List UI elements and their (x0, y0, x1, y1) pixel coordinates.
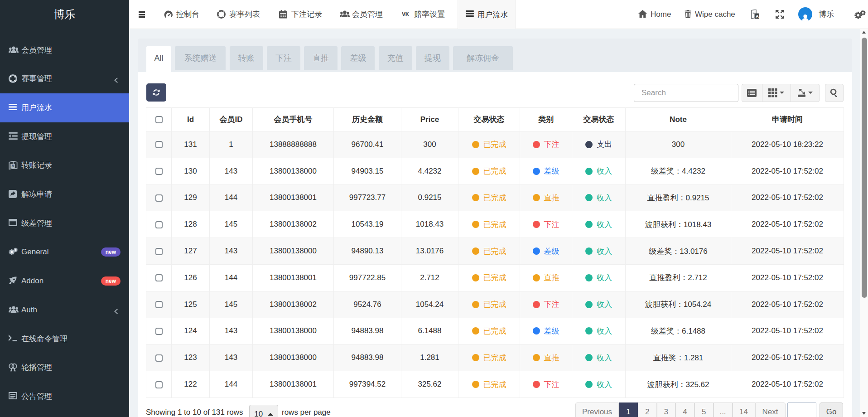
svg-text:A: A (11, 164, 14, 168)
svg-text:A: A (756, 14, 759, 19)
svg-text:vĸ: vĸ (402, 10, 410, 17)
